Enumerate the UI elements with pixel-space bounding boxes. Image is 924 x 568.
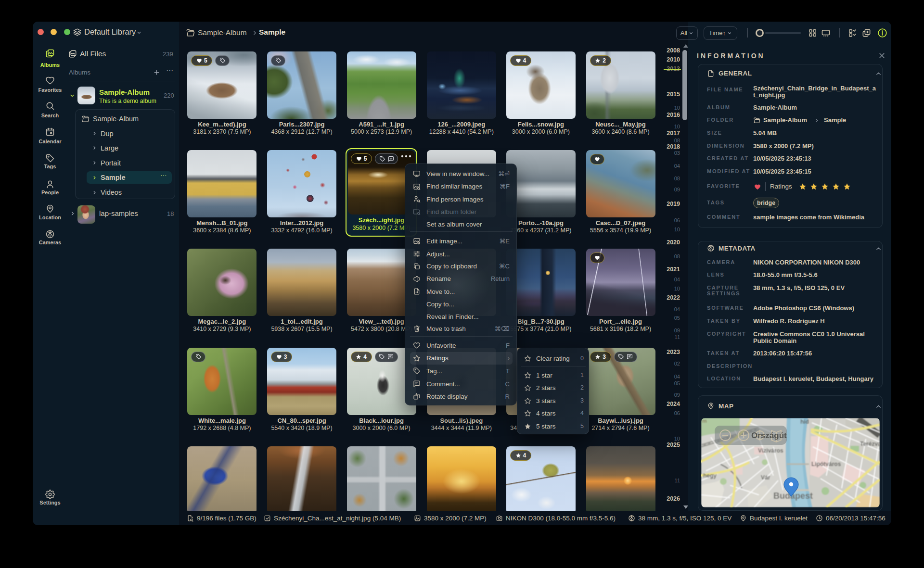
svg-text:m: m: [702, 418, 707, 424]
svg-text:Terézvá: Terézvá: [860, 441, 880, 447]
svg-text:Víziváros: Víziváros: [758, 447, 783, 454]
svg-text:hegy: hegy: [703, 472, 717, 479]
svg-text:Lipótváros: Lipótváros: [811, 461, 841, 467]
svg-text:Országút: Országút: [751, 431, 787, 440]
svg-text:Vár: Vár: [761, 474, 770, 481]
svg-text:hid: hid: [800, 418, 809, 425]
